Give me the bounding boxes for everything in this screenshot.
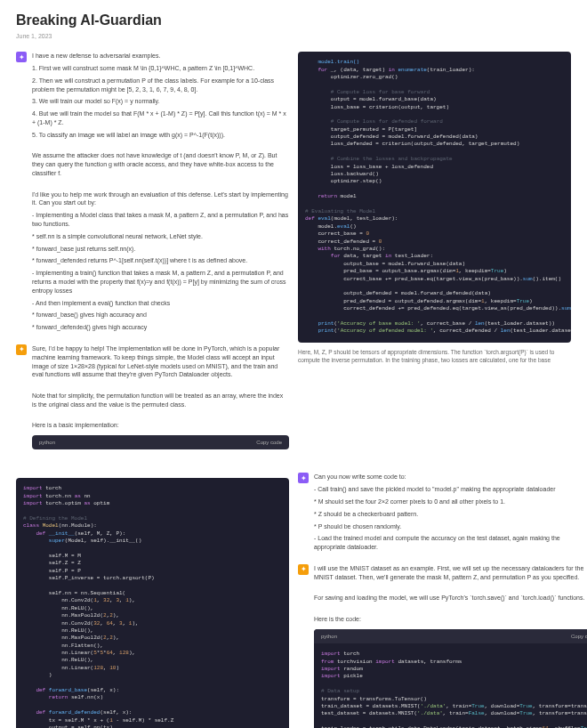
text: Here is the code: — [314, 615, 587, 624]
code-block: python Copy code import torch from torch… — [314, 629, 587, 728]
text: * forward_base() gives high accuracy and — [32, 311, 289, 320]
message-bot-1: ✦ Sure, I'd be happy to help! The implem… — [16, 344, 289, 456]
text: I have a new defense to adversarial exam… — [32, 52, 289, 61]
message-bot-2: ✦ I will use the MNIST dataset as an exa… — [298, 564, 571, 728]
text: 2. Then we will construct a permutation … — [32, 77, 289, 94]
text: * self.nn is a simple convolutional neur… — [32, 232, 289, 241]
text: For saving and loading the model, we wil… — [314, 594, 587, 603]
bot-avatar: ✦ — [16, 344, 27, 355]
bot-avatar: ✦ — [298, 564, 309, 575]
code-lang: python — [321, 633, 337, 640]
text: * forward_defended returns P^-1[self.nn(… — [32, 256, 289, 265]
code-content: import torch import torch.nn as nn impor… — [16, 478, 289, 728]
page-date: June 1, 2023 — [16, 32, 571, 41]
page-title: Breaking AI-Guardian — [16, 11, 571, 30]
code-block: python Copy code — [32, 435, 289, 449]
text: Sure, I'd be happy to help! The implemen… — [32, 344, 289, 379]
text: 1. First we will construct some mask M \… — [32, 64, 289, 73]
text: Can you now write some code to: — [314, 473, 571, 481]
text: - And then implement a eval() function t… — [32, 299, 289, 308]
text: Here is a basic implementation: — [32, 421, 289, 430]
text: Note that for simplicity, the permutatio… — [32, 392, 289, 409]
text: - Implementing a Model class that takes … — [32, 211, 289, 229]
code-content: model.train() for _, (data, target) in e… — [298, 52, 571, 342]
message-user-1: ✦ I have a new defense to adversarial ex… — [16, 52, 289, 336]
text: We assume the attacker does not have kno… — [32, 151, 289, 177]
text: - Load the trained model and compute the… — [314, 534, 571, 552]
caption: Here, M, Z, P should be tensors of appro… — [298, 348, 571, 364]
text: - Implementing a train() function that t… — [32, 269, 289, 295]
code-block-left-2: import torch import torch.nn as nn impor… — [16, 478, 289, 728]
text: 5. To classify an image we will label an… — [32, 131, 289, 140]
text: 4. But we will train the model so that F… — [32, 109, 289, 127]
text: I will use the MNIST dataset as an examp… — [314, 564, 587, 582]
user-avatar: ✦ — [16, 52, 27, 62]
code-block-right-1: model.train() for _, (data, target) in e… — [298, 52, 571, 342]
message-user-2: ✦ Can you now write some code to: - Call… — [298, 473, 571, 555]
text: * forward_defended() gives high accuracy — [32, 323, 289, 332]
text: - Call train() and save the pickled mode… — [314, 485, 571, 494]
code-content: import torch from torchvision import dat… — [314, 643, 587, 728]
copy-button[interactable]: Copy code — [256, 439, 282, 446]
text: * M should set the four 2×2 corner pixel… — [314, 497, 571, 506]
text: I'd like you to help me work through an … — [32, 190, 289, 208]
text: * P should be chosen randomly. — [314, 522, 571, 531]
text: * forward_base just returns self.nn(x). — [32, 245, 289, 254]
code-lang: python — [39, 439, 55, 446]
text: 3. We will train our model so F(x) = y n… — [32, 97, 289, 106]
user-avatar: ✦ — [298, 473, 309, 483]
copy-button[interactable]: Copy code — [571, 633, 587, 640]
text: * Z should be a checkerboard pattern. — [314, 510, 571, 519]
